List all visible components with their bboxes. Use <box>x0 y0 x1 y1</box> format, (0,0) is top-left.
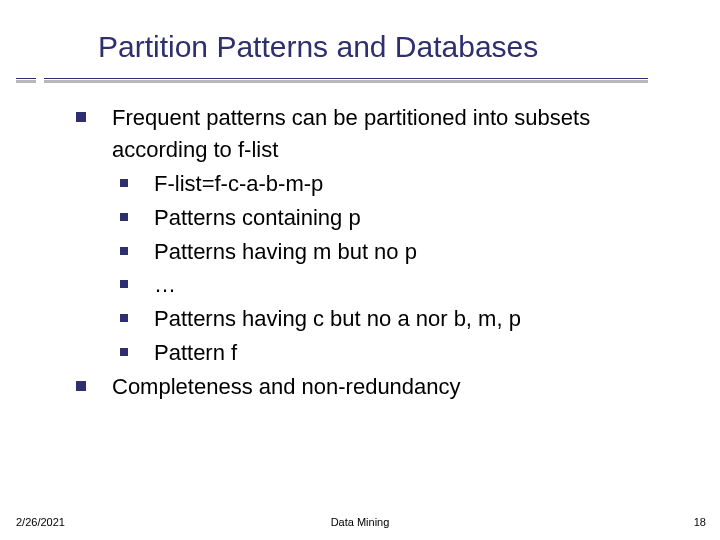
square-bullet-icon <box>120 280 128 288</box>
footer-center: Data Mining <box>0 516 720 528</box>
square-bullet-icon <box>76 381 86 391</box>
square-bullet-icon <box>120 179 128 187</box>
list-item: Pattern f <box>114 337 680 369</box>
list-item-text: Frequent patterns can be partitioned int… <box>112 105 590 162</box>
list-item: Patterns having c but no a nor b, m, p <box>114 303 680 335</box>
square-bullet-icon <box>76 112 86 122</box>
list-item: F-list=f-c-a-b-m-p <box>114 168 680 200</box>
footer-page-number: 18 <box>694 516 706 528</box>
list-item-text: Patterns containing p <box>154 205 361 230</box>
slide-title: Partition Patterns and Databases <box>98 30 680 64</box>
list-item-text: Pattern f <box>154 340 237 365</box>
title-underline <box>0 78 720 88</box>
list-item: Frequent patterns can be partitioned int… <box>72 102 680 166</box>
list-item-text: Patterns having m but no p <box>154 239 417 264</box>
list-item-text: F-list=f-c-a-b-m-p <box>154 171 323 196</box>
list-item: Patterns containing p <box>114 202 680 234</box>
list-item-text: Patterns having c but no a nor b, m, p <box>154 306 521 331</box>
list-item: … <box>114 269 680 301</box>
square-bullet-icon <box>120 348 128 356</box>
list-item: Completeness and non-redundancy <box>72 371 680 403</box>
list-item-text: Completeness and non-redundancy <box>112 374 461 399</box>
list-item-text: … <box>154 272 176 297</box>
list-item: Patterns having m but no p <box>114 236 680 268</box>
square-bullet-icon <box>120 314 128 322</box>
slide-body: Frequent patterns can be partitioned int… <box>72 102 680 405</box>
square-bullet-icon <box>120 247 128 255</box>
square-bullet-icon <box>120 213 128 221</box>
